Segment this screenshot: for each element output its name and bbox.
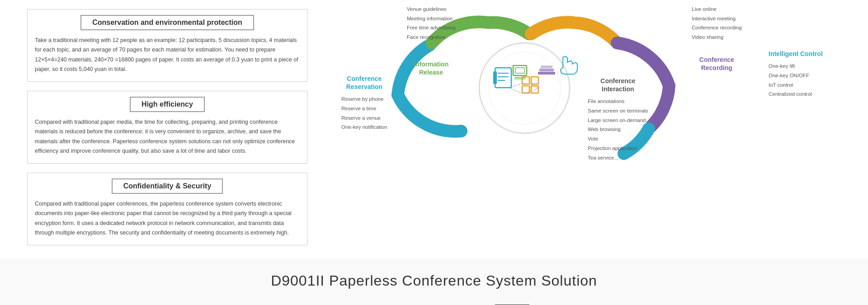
conference-recording-items-top: Live online Interactive meeting Conferen…: [692, 5, 742, 42]
conference-recording-section: Live online Interactive meeting Conferen…: [692, 5, 742, 72]
conference-recording-title: ConferenceRecording: [692, 56, 742, 72]
bottom-title: D9001II Paperless Conference System Solu…: [27, 272, 841, 289]
left-column: Conservation and environmental protectio…: [27, 5, 307, 245]
conference-reservation-items: Reserve by phone Reserve a time Reserve …: [341, 94, 387, 132]
svg-rect-6: [493, 71, 497, 84]
svg-rect-15: [539, 69, 554, 71]
conservation-title: Conservation and environmental protectio…: [80, 15, 254, 30]
large-speaker-svg: [492, 303, 533, 305]
conference-interaction-section: ConferenceInteraction File annotations S…: [588, 77, 648, 162]
speaker-group: D6563 Full Rang Speaker: [491, 303, 602, 305]
conference-reservation-section: Conference Reservation Reserve by phone …: [341, 75, 387, 132]
high-efficiency-body: Compared with traditional paper media, t…: [28, 117, 307, 156]
confidentiality-body: Compared with traditional paper conferen…: [28, 199, 307, 238]
confidentiality-title: Confidentiality & Security: [112, 178, 223, 194]
high-efficiency-card: High efficiency Compared with traditiona…: [27, 91, 307, 164]
right-column: Conference Reservation Reserve by phone …: [326, 5, 841, 245]
high-efficiency-title: High efficiency: [130, 97, 205, 112]
svg-rect-14: [538, 72, 555, 75]
intelligent-control-section: Intelligent Control One-key lift One-key…: [769, 50, 823, 99]
information-release-section: Venue guidelines Meeting information Fre…: [407, 5, 455, 76]
intelligent-control-items: One-key lift One-key ON/OFF IoT control …: [769, 61, 823, 99]
conservation-card: Conservation and environmental protectio…: [27, 9, 307, 82]
information-release-items-top: Venue guidelines Meeting information Fre…: [407, 5, 455, 42]
diagram-container: Conference Reservation Reserve by phone …: [335, 5, 832, 176]
intelligent-control-title: Intelligent Control: [769, 50, 823, 58]
bottom-section: D9001II Paperless Conference System Solu…: [0, 259, 868, 305]
confidentiality-card: Confidentiality & Security Compared with…: [27, 173, 307, 245]
large-speaker: D6563 Full Rang Speaker: [491, 303, 533, 305]
information-release-title: InformationRelease: [407, 60, 455, 76]
conference-interaction-title: ConferenceInteraction: [588, 77, 648, 93]
main-container: Conservation and environmental protectio…: [0, 0, 868, 250]
svg-rect-16: [541, 66, 552, 68]
conference-interaction-items: File annotations Same screen on terminal…: [588, 97, 648, 162]
conservation-body: Take a traditional meeting with 12 peopl…: [28, 36, 307, 74]
conference-reservation-title: Conference Reservation: [341, 75, 387, 91]
